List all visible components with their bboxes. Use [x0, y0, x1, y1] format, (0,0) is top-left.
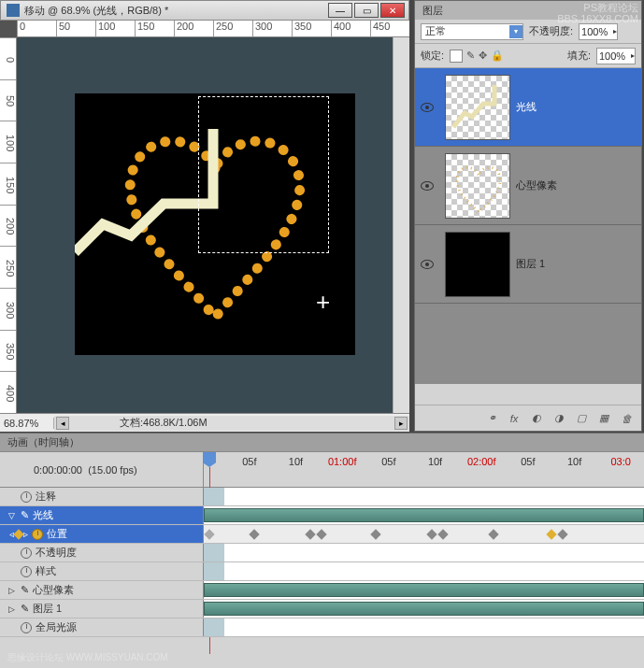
layer-thumbnail[interactable]	[445, 232, 510, 297]
scrollbar-horizontal[interactable]: ◂ 文档:468.8K/1.06M ▸	[54, 416, 409, 431]
playhead[interactable]	[204, 452, 215, 487]
stopwatch-icon[interactable]	[21, 566, 32, 577]
layer-thumbnail[interactable]	[445, 153, 510, 219]
blend-mode-select[interactable]: 正常 ▾	[421, 23, 523, 40]
crosshair-cursor: +	[316, 288, 330, 317]
fill-label: 填充:	[567, 49, 591, 63]
fx-icon[interactable]: fx	[507, 412, 522, 425]
eye-icon	[421, 181, 434, 191]
opacity-input[interactable]: 100%▸	[579, 23, 618, 40]
artwork: +	[75, 93, 355, 355]
keyframe[interactable]	[426, 529, 436, 539]
document-info: 文档:468.8K/1.06M	[120, 416, 208, 430]
eye-icon	[421, 260, 434, 269]
track-layer1[interactable]: ▷ ✎ 图层 1	[0, 600, 204, 618]
ruler-horizontal[interactable]: 050100150200250300350400450	[17, 21, 409, 37]
track-opacity[interactable]: 不透明度	[0, 544, 204, 561]
add-keyframe-icon[interactable]	[13, 529, 23, 539]
collapse-icon[interactable]: ▽	[6, 511, 17, 520]
timeline-timecode-area: 0:00:00:00 (15.00 fps)	[0, 452, 204, 487]
document-titlebar[interactable]: 移动 @ 68.9% (光线，RGB/8) * — ▭ ✕	[0, 0, 409, 21]
eye-icon	[421, 103, 434, 112]
watermark-bottom: 思缘设计论坛 WWW.MISSYUAN.COM	[7, 651, 168, 664]
document-window: 移动 @ 68.9% (光线，RGB/8) * — ▭ ✕ 0501001502…	[0, 0, 409, 432]
lock-transparency-icon[interactable]	[450, 50, 463, 63]
brush-icon: ✎	[21, 603, 29, 615]
keyframe[interactable]	[437, 529, 448, 539]
keyframe[interactable]	[546, 529, 556, 539]
scroll-left-arrow[interactable]: ◂	[56, 417, 69, 430]
keyframe[interactable]	[305, 529, 315, 539]
keyframe[interactable]	[557, 529, 567, 539]
track-global-light[interactable]: 全局光源	[0, 618, 204, 636]
stopwatch-icon[interactable]	[21, 547, 32, 559]
timeline-panel: 动画（时间轴） 0:00:00:00 (15.00 fps) 05f10f01:…	[0, 433, 644, 668]
timeline-tracks: 注释 ▽ ✎ 光线 ◃ ▹ 位置	[0, 488, 644, 637]
layer-item[interactable]: 光线	[415, 68, 641, 147]
track-position[interactable]: ◃ ▹ 位置	[0, 525, 204, 543]
timeline-tab[interactable]: 动画（时间轴）	[0, 433, 644, 452]
lock-all-icon[interactable]: 🔒	[491, 50, 504, 62]
minimize-button[interactable]: —	[328, 3, 352, 18]
chevron-down-icon: ▾	[509, 25, 522, 38]
layer-item[interactable]: 心型像素	[415, 147, 641, 225]
fps-label: (15.00 fps)	[88, 464, 137, 476]
visibility-toggle[interactable]	[415, 260, 439, 269]
close-button[interactable]: ✕	[380, 3, 405, 18]
keyframe[interactable]	[488, 529, 498, 539]
lock-brush-icon[interactable]: ✎	[466, 50, 475, 62]
app-icon	[7, 4, 20, 17]
opacity-label: 不透明度:	[529, 24, 573, 38]
layer-name[interactable]: 图层 1	[516, 257, 545, 271]
timeline-ruler[interactable]: 05f10f01:00f05f10f02:00f05f10f03:0	[204, 452, 644, 487]
folder-icon[interactable]: ▢	[574, 412, 589, 425]
visibility-toggle[interactable]	[415, 103, 439, 112]
track-style[interactable]: 样式	[0, 562, 204, 580]
layers-list: 光线心型像素图层 1	[415, 68, 641, 384]
mask-icon[interactable]: ◐	[529, 412, 544, 425]
scrollbar-vertical[interactable]	[393, 37, 409, 413]
stopwatch-icon[interactable]	[21, 491, 32, 503]
keyframe[interactable]	[370, 529, 380, 539]
keyframe[interactable]	[249, 529, 259, 539]
status-bar: 68.87% ◂ 文档:468.8K/1.06M ▸	[0, 413, 409, 432]
layer-name[interactable]: 光线	[516, 100, 537, 114]
brush-icon: ✎	[21, 584, 29, 596]
watermark-top: PS教程论坛 BBS.16XX8.COM	[557, 2, 638, 24]
layers-panel: 图层 正常 ▾ 不透明度: 100%▸ 锁定: ✎ ✥ 🔒 填充: 100%▸ …	[414, 0, 642, 432]
expand-icon[interactable]: ▷	[6, 586, 17, 595]
scroll-right-arrow[interactable]: ▸	[394, 417, 408, 430]
adjustment-icon[interactable]: ◑	[551, 412, 566, 425]
ruler-vertical[interactable]: 050100150200250300350400	[0, 37, 17, 413]
expand-icon[interactable]: ▷	[6, 604, 17, 614]
stopwatch-active-icon[interactable]	[32, 529, 43, 540]
maximize-button[interactable]: ▭	[354, 3, 379, 18]
document-title: 移动 @ 68.9% (光线，RGB/8) *	[24, 4, 168, 18]
layer-item[interactable]: 图层 1	[415, 225, 641, 304]
track-comments[interactable]: 注释	[0, 488, 204, 505]
keyframe-nav[interactable]: ◃ ▹	[9, 529, 28, 539]
keyframe[interactable]	[204, 529, 214, 539]
selection-marquee[interactable]	[198, 96, 329, 253]
zoom-level[interactable]: 68.87%	[0, 418, 54, 429]
keyframe[interactable]	[316, 529, 326, 539]
layer-thumbnail[interactable]	[445, 75, 510, 140]
playhead-handle-icon[interactable]	[203, 452, 216, 467]
layer-name[interactable]: 心型像素	[516, 178, 557, 192]
lock-label: 锁定:	[421, 49, 444, 63]
canvas[interactable]: +	[17, 37, 393, 413]
visibility-toggle[interactable]	[415, 181, 439, 191]
link-layers-icon[interactable]: ⚭	[484, 412, 499, 425]
stopwatch-icon[interactable]	[21, 622, 32, 633]
new-layer-icon[interactable]: ▦	[596, 412, 611, 425]
track-heart-layer[interactable]: ▷ ✎ 心型像素	[0, 581, 204, 599]
trash-icon[interactable]: 🗑	[619, 412, 634, 425]
layers-panel-footer: ⚭ fx ◐ ◑ ▢ ▦ 🗑	[415, 405, 641, 431]
brush-icon: ✎	[21, 509, 29, 521]
timecode[interactable]: 0:00:00:00	[34, 464, 82, 476]
fill-input[interactable]: 100%▸	[596, 48, 636, 64]
lock-move-icon[interactable]: ✥	[479, 50, 487, 62]
track-light-layer[interactable]: ▽ ✎ 光线	[0, 506, 204, 524]
